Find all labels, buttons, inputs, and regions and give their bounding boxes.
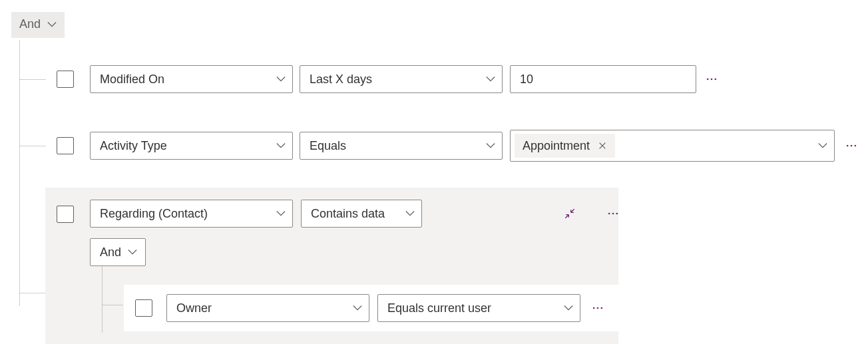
chip-label: Appointment (523, 139, 590, 153)
tree-line-horizontal (19, 146, 46, 146)
chevron-down-icon (564, 303, 573, 313)
group-operator-related[interactable]: And (90, 238, 146, 266)
value-multiselect-activity-type[interactable]: Appointment (510, 130, 835, 162)
row-checkbox[interactable] (135, 299, 152, 317)
row-more-button[interactable] (702, 69, 722, 89)
svg-point-0 (707, 79, 709, 81)
related-condition-label: Contains data (311, 207, 385, 221)
group-operator-related-label: And (100, 246, 121, 259)
field-select-modified-on[interactable]: Modified On (90, 65, 293, 93)
collapse-icon[interactable] (560, 204, 580, 224)
svg-point-1 (711, 79, 713, 81)
tree-line-horizontal (19, 79, 46, 80)
value-input-text: 10 (520, 73, 533, 86)
operator-select-equals[interactable]: Equals (300, 132, 503, 160)
svg-point-7 (612, 213, 614, 215)
svg-point-10 (597, 307, 599, 309)
group-operator-root-label: And (19, 17, 41, 31)
related-entity-label: Regarding (Contact) (100, 207, 208, 221)
tree-line-vertical (102, 266, 103, 333)
related-more-button[interactable] (603, 204, 623, 224)
field-select-label: Activity Type (100, 139, 167, 153)
related-entity-select[interactable]: Regarding (Contact) (90, 200, 293, 228)
related-condition-row: Owner Equals current user (124, 285, 618, 331)
chevron-down-icon (276, 209, 286, 218)
chevron-down-icon (276, 75, 286, 84)
tree-line-vertical (19, 40, 20, 306)
chevron-down-icon (47, 20, 57, 29)
chevron-down-icon (353, 303, 362, 313)
svg-point-11 (601, 307, 603, 309)
svg-point-4 (851, 145, 853, 147)
chevron-down-icon (128, 248, 137, 257)
operator-select-last-x-days[interactable]: Last X days (300, 65, 503, 93)
operator-select-equals-current-user[interactable]: Equals current user (377, 294, 580, 322)
tree-line-horizontal (19, 293, 46, 293)
field-select-label: Owner (176, 301, 212, 315)
operator-select-label: Last X days (310, 73, 372, 86)
operator-select-label: Equals current user (387, 301, 491, 315)
chevron-down-icon (486, 75, 495, 84)
row-checkbox[interactable] (57, 137, 74, 154)
svg-point-5 (855, 145, 857, 147)
chevron-down-icon (405, 209, 415, 218)
related-condition-select[interactable]: Contains data (301, 200, 422, 228)
chevron-down-icon (276, 141, 286, 150)
group-operator-root[interactable]: And (11, 12, 65, 38)
related-entity-group: Regarding (Contact) Contains data And Ow… (45, 188, 618, 344)
chip-appointment: Appointment (515, 134, 615, 158)
field-select-owner[interactable]: Owner (166, 294, 369, 322)
svg-point-8 (616, 213, 618, 215)
svg-point-2 (715, 79, 717, 81)
svg-point-6 (608, 213, 610, 215)
row-checkbox[interactable] (57, 206, 74, 223)
field-select-activity-type[interactable]: Activity Type (90, 132, 293, 160)
row-checkbox[interactable] (57, 71, 74, 88)
svg-point-9 (593, 307, 595, 309)
chevron-down-icon (486, 141, 495, 150)
row-more-button[interactable] (841, 136, 861, 156)
row-more-button[interactable] (588, 298, 608, 318)
operator-select-label: Equals (310, 139, 346, 153)
chevron-down-icon (818, 141, 827, 150)
tree-line-horizontal (102, 305, 123, 305)
close-icon[interactable] (598, 141, 607, 150)
value-input-days[interactable]: 10 (510, 65, 696, 93)
field-select-label: Modified On (100, 73, 164, 86)
svg-point-3 (847, 145, 849, 147)
